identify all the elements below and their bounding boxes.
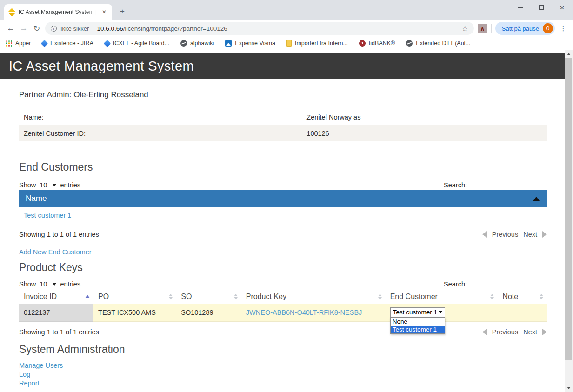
bookmark-label: Expense Visma [235,40,275,47]
end-customers-search-input[interactable] [467,180,547,190]
column-header-po[interactable]: PO [93,289,176,304]
page-info-icon[interactable]: i [51,26,57,32]
tab-strip: IC Asset Management System | Z ✕ + ✕ [0,0,573,20]
bookmark-icxel-agile-board[interactable]: ICXEL - Agile Board... [105,40,169,47]
sync-paused-button[interactable]: Satt på pause 0 [495,22,555,35]
reload-button[interactable]: ↻ [30,22,43,35]
scroll-down-button[interactable] [565,384,573,392]
page-size-select[interactable]: 10 [40,280,56,288]
show-label: Show [19,280,36,288]
bookmark-label: ICXEL - Agile Board... [113,40,169,47]
photo-icon [225,40,232,47]
next-arrow-icon[interactable] [542,329,547,335]
search-control: Search: [444,180,547,190]
add-new-end-customer-link[interactable]: Add New End Customer [19,248,92,256]
page-content: IC Asset Management System Partner Admin… [0,50,565,392]
report-link[interactable]: Report [19,379,547,388]
column-header-label: Name [26,194,47,203]
maximize-button[interactable] [531,0,552,14]
bookmark-imported[interactable]: Importert fra Intern... [286,40,348,47]
show-entries-control: Show 10 entries [19,280,80,288]
entries-label: entries [60,280,80,288]
browser-tab[interactable]: IC Asset Management System | Z ✕ [4,4,112,20]
column-header-product-key[interactable]: Product Key [241,289,386,304]
folder-icon [286,40,292,47]
partner-admin-link[interactable]: Partner Admin: Ole-Erling Rosseland [19,90,148,100]
sort-ascending-icon [533,197,540,201]
bookmark-apps[interactable]: Apper [6,40,31,47]
sort-icon [378,294,382,299]
next-button[interactable]: Next [523,231,537,238]
column-label: End Customer [390,292,438,301]
column-header-note[interactable]: Note [498,289,547,304]
bookmark-star-icon[interactable]: ☆ [461,24,468,33]
browser-menu-icon[interactable]: ⋮ [558,22,569,35]
bookmark-expense-visma[interactable]: Expense Visma [225,40,275,47]
tab-close-icon[interactable]: ✕ [100,8,108,16]
dropdown-option-none[interactable]: None [391,318,445,326]
bookmark-existence-jira[interactable]: Existence - JIRA [42,40,93,47]
entries-label: entries [60,181,80,189]
log-link[interactable]: Log [19,370,547,379]
product-keys-table: Invoice ID PO SO Product Key End Custome… [19,289,547,322]
bookmark-tidbank[interactable]: tidBANK® [359,40,395,47]
bookmark-label: Extended DTT (Aut... [416,40,470,47]
chevron-down-icon [439,311,442,313]
end-customer-select-box[interactable]: Test customer 1 [390,307,445,318]
column-header-end-customer[interactable]: End Customer [386,289,498,304]
new-tab-button[interactable]: + [117,6,128,17]
customer-id-label: Zenitel Customer ID: [19,125,302,141]
product-keys-heading: Product Keys [19,261,547,274]
previous-button[interactable]: Previous [492,328,518,336]
pagination: Previous Next [482,328,547,336]
vertical-scrollbar[interactable] [565,50,573,392]
bookmark-alphawiki[interactable]: alphawiki [180,40,214,47]
product-key-link[interactable]: JWNEO-ABB6N-O40LT-RFIK8-NESBJ [246,309,362,316]
end-customers-name-column-header[interactable]: Name [19,190,547,207]
customer-id-value: 100126 [302,125,547,141]
previous-button[interactable]: Previous [492,231,518,238]
table-row: 0122137 TEST ICX500 AMS SO101289 JWNEO-A… [19,304,547,321]
maximize-icon [539,5,544,10]
next-arrow-icon[interactable] [542,231,547,238]
search-label: Search: [444,280,467,288]
bookmark-label: Existence - JIRA [50,40,93,47]
previous-arrow-icon[interactable] [482,231,487,238]
chevron-down-icon [53,283,56,286]
toolbar-separator [491,24,492,33]
section-divider [19,178,547,178]
column-label: SO [181,292,192,301]
minimize-button[interactable] [510,0,531,14]
bookmark-label: alphawiki [190,40,214,47]
column-header-invoice-id[interactable]: Invoice ID [19,289,93,304]
end-customers-heading: End Customers [19,161,547,173]
product-keys-search-input[interactable] [467,279,547,289]
apps-grid-icon [6,40,12,47]
close-button[interactable]: ✕ [552,0,573,14]
end-customer-link[interactable]: Test customer 1 [24,212,71,219]
system-administration-heading: System Administration [19,343,547,356]
page-size-select[interactable]: 10 [40,181,56,189]
url-path: /licensing/frontpage/?partner=100126 [123,25,227,32]
dropdown-option-test-customer-1[interactable]: Test customer 1 [391,326,445,333]
bookmark-extended-dtt[interactable]: Extended DTT (Aut... [406,40,470,47]
back-button[interactable]: ← [4,22,17,35]
scroll-up-button[interactable] [565,50,573,58]
scrollbar-thumb[interactable] [565,58,572,360]
window-controls: ✕ [510,0,573,14]
globe-icon [406,40,413,47]
previous-arrow-icon[interactable] [482,329,487,335]
column-label: Product Key [246,292,286,301]
column-header-so[interactable]: SO [176,289,241,304]
url-host: 10.6.0.66 [97,25,123,32]
end-customer-select[interactable]: Test customer 1 None Test customer 1 [390,307,445,318]
sort-icon [540,294,543,299]
pdf-extension-icon[interactable]: ∧ [478,24,487,33]
name-label: Name: [19,109,302,125]
next-button[interactable]: Next [523,328,537,336]
manage-users-link[interactable]: Manage Users [19,361,547,370]
forward-button[interactable]: → [17,22,30,35]
product-keys-footer: Showing 1 to 1 of 1 entries Previous Nex… [19,327,547,337]
page-title: IC Asset Management System [0,53,565,79]
address-bar[interactable]: i Ikke sikker 10.6.0.66/licensing/frontp… [45,22,474,35]
